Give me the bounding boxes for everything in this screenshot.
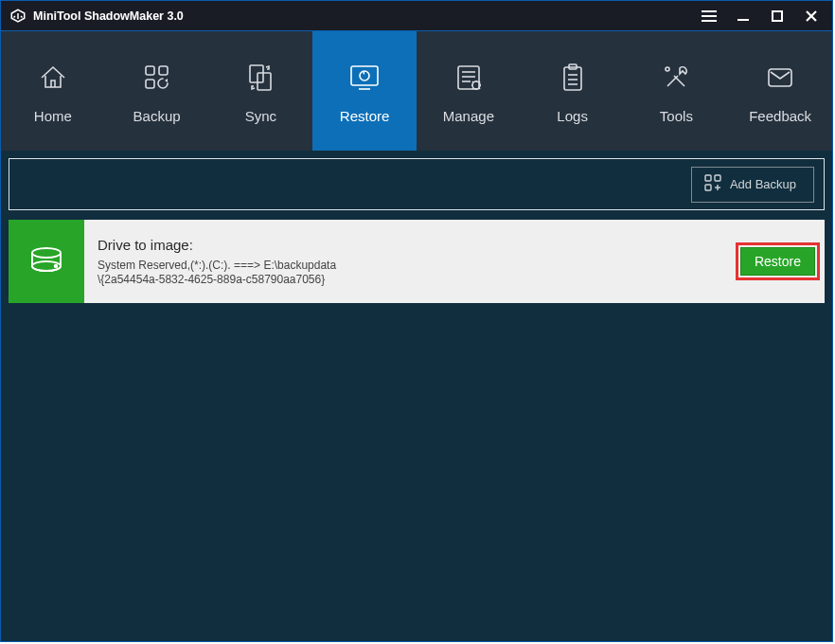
svg-rect-4 xyxy=(773,11,782,21)
nav-tools[interactable]: Tools xyxy=(625,31,729,151)
nav-restore[interactable]: Restore xyxy=(312,31,417,151)
app-window: MiniTool ShadowMaker 3.0 xyxy=(0,0,833,642)
nav-label: Restore xyxy=(340,108,390,124)
svg-rect-29 xyxy=(705,185,711,190)
svg-rect-15 xyxy=(458,66,479,89)
card-title: Drive to image: xyxy=(98,237,718,253)
nav-manage[interactable]: Manage xyxy=(417,31,521,151)
card-detail: System Reserved,(*:).(C:). ===> E:\backu… xyxy=(98,259,718,287)
svg-point-32 xyxy=(32,248,61,258)
nav-label: Backup xyxy=(133,108,181,124)
close-button[interactable] xyxy=(794,3,828,29)
sync-icon xyxy=(241,59,279,97)
toolbar: Add Backup xyxy=(9,158,825,210)
menu-button[interactable] xyxy=(692,3,726,29)
nav-home[interactable]: Home xyxy=(1,31,105,151)
svg-rect-10 xyxy=(250,65,263,82)
home-icon xyxy=(34,59,72,97)
svg-point-25 xyxy=(666,67,669,71)
nav-logs[interactable]: Logs xyxy=(521,31,625,151)
content-area: Drive to image: System Reserved,(*:).(C:… xyxy=(1,210,832,641)
nav-label: Manage xyxy=(443,108,494,124)
card-body: Drive to image: System Reserved,(*:).(C:… xyxy=(84,220,731,303)
logs-icon xyxy=(554,59,592,97)
svg-rect-27 xyxy=(705,175,711,181)
svg-point-34 xyxy=(55,265,58,268)
titlebar-title: MiniTool ShadowMaker 3.0 xyxy=(33,9,692,23)
tools-icon xyxy=(657,59,695,97)
restore-icon xyxy=(346,59,383,97)
app-logo-icon xyxy=(9,7,27,26)
backup-icon xyxy=(138,59,176,97)
nav-feedback[interactable]: Feedback xyxy=(728,31,832,151)
svg-rect-11 xyxy=(258,73,271,90)
svg-rect-26 xyxy=(769,69,791,86)
grid-plus-icon xyxy=(703,173,722,195)
nav-label: Logs xyxy=(557,108,588,124)
main-nav: Home Backup Sync xyxy=(1,31,832,151)
svg-rect-28 xyxy=(715,175,720,181)
drive-icon xyxy=(9,220,84,303)
maximize-button[interactable] xyxy=(760,3,794,29)
nav-label: Sync xyxy=(245,108,276,124)
nav-label: Tools xyxy=(660,108,693,124)
svg-rect-9 xyxy=(146,80,154,88)
add-backup-button[interactable]: Add Backup xyxy=(691,167,814,203)
restore-button[interactable]: Restore xyxy=(740,247,815,276)
card-action: Restore xyxy=(731,220,825,303)
svg-rect-12 xyxy=(351,66,378,85)
svg-rect-8 xyxy=(159,66,168,75)
nav-label: Feedback xyxy=(749,108,811,124)
feedback-icon xyxy=(761,59,799,97)
minimize-button[interactable] xyxy=(726,3,760,29)
nav-backup[interactable]: Backup xyxy=(105,31,209,151)
add-backup-label: Add Backup xyxy=(730,177,796,191)
manage-icon xyxy=(450,59,488,97)
nav-label: Home xyxy=(34,108,72,124)
svg-rect-7 xyxy=(146,66,154,75)
svg-rect-20 xyxy=(564,67,581,90)
titlebar: MiniTool ShadowMaker 3.0 xyxy=(1,1,832,31)
backup-item-card: Drive to image: System Reserved,(*:).(C:… xyxy=(9,220,825,303)
nav-sync[interactable]: Sync xyxy=(209,31,313,151)
